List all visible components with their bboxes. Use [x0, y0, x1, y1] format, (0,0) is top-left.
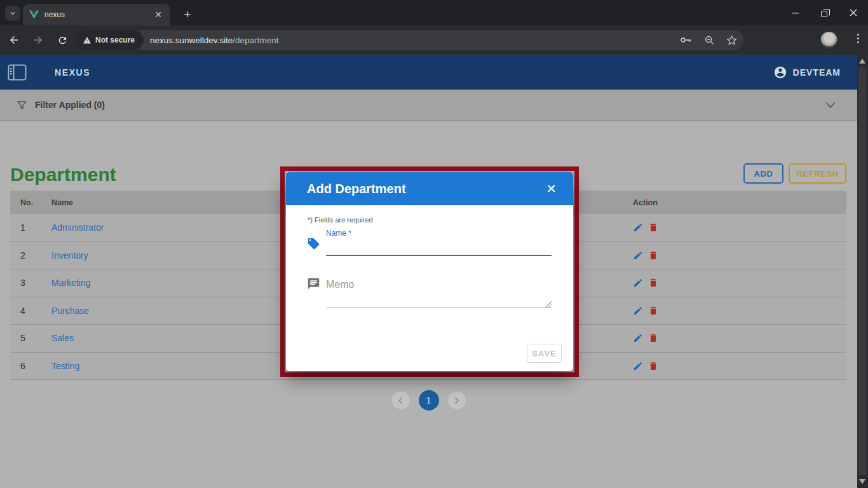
edit-pencil-icon[interactable] [633, 306, 643, 316]
add-button[interactable]: ADD [743, 163, 783, 184]
tab-close-button[interactable]: ✕ [153, 9, 164, 20]
pagination: 1 [0, 390, 857, 410]
row-number: 1 [10, 222, 51, 233]
security-label: Not secure [95, 36, 135, 44]
edit-pencil-icon[interactable] [633, 361, 643, 371]
account-circle-icon [773, 65, 787, 79]
modal-header: Add Department ✕ [286, 172, 573, 205]
browser-tab[interactable]: nexus ✕ [23, 4, 170, 25]
row-number: 4 [10, 306, 51, 316]
page-title: Department [10, 164, 116, 186]
browser-toolbar: Not secure nexus.sunwelldev.site/departm… [0, 25, 868, 55]
department-link[interactable]: Marketing [51, 278, 90, 288]
user-name: DEVTEAM [793, 67, 841, 78]
pagination-current-page[interactable]: 1 [419, 390, 439, 410]
department-link[interactable]: Testing [51, 361, 79, 371]
edit-pencil-icon[interactable] [633, 278, 643, 288]
window-close-button[interactable] [839, 0, 868, 25]
pagination-next-button[interactable] [448, 391, 466, 409]
required-fields-note: *) Fields are required [308, 216, 373, 224]
column-action: Action [633, 198, 846, 207]
bookmark-star-icon[interactable] [726, 35, 737, 46]
security-chip[interactable]: Not secure [76, 30, 144, 50]
delete-trash-icon[interactable] [648, 333, 658, 343]
browser-titlebar: nexus ✕ + [0, 0, 868, 25]
window-restore-button[interactable] [810, 0, 839, 25]
textarea-resize-grip[interactable] [545, 301, 552, 308]
warning-triangle-icon [83, 36, 92, 44]
forward-arrow-icon [32, 34, 44, 46]
filter-bar[interactable]: Filter Applied (0) [0, 90, 857, 121]
department-link[interactable]: Purchase [51, 306, 89, 316]
edit-pencil-icon[interactable] [633, 333, 643, 343]
delete-trash-icon[interactable] [648, 306, 658, 316]
refresh-button[interactable]: REFRESH [789, 163, 846, 184]
chevron-left-icon [398, 396, 403, 405]
screen: nexus ✕ + [0, 0, 868, 488]
department-link[interactable]: Administrator [51, 222, 104, 233]
department-link[interactable]: Inventory [51, 250, 88, 261]
zoom-out-icon[interactable] [704, 35, 715, 46]
back-button[interactable] [4, 30, 24, 50]
omnibox-icons [680, 30, 737, 50]
reload-icon [57, 35, 68, 46]
window-minimize-button[interactable] [780, 0, 810, 25]
tab-search-button[interactable] [5, 6, 20, 21]
delete-trash-icon[interactable] [648, 361, 658, 371]
back-arrow-icon [8, 34, 20, 46]
department-link[interactable]: Sales [51, 333, 74, 343]
address-bar[interactable]: Not secure nexus.sunwelldev.site/departm… [76, 30, 743, 50]
app-brand: NEXUS [55, 67, 90, 78]
column-no: No. [10, 198, 51, 207]
chevron-down-icon [9, 10, 17, 17]
vue-logo-icon [29, 10, 39, 19]
window-controls [780, 0, 868, 25]
modal-title: Add Department [307, 182, 546, 196]
delete-trash-icon[interactable] [648, 278, 658, 288]
name-input[interactable] [326, 255, 552, 256]
memo-field-placeholder: Memo [326, 279, 354, 290]
user-menu[interactable]: DEVTEAM [773, 65, 841, 79]
delete-trash-icon[interactable] [648, 222, 658, 233]
row-number: 6 [10, 361, 51, 371]
filter-expand-chevron-icon[interactable] [825, 102, 836, 109]
url-text: nexus.sunwelldev.site/department [150, 36, 278, 45]
close-icon [850, 9, 857, 17]
restore-icon [821, 11, 827, 17]
save-button[interactable]: SAVE [527, 344, 562, 363]
url-domain: nexus.sunwelldev.site [150, 36, 233, 45]
browser-menu-button[interactable] [857, 34, 859, 43]
memo-textarea[interactable] [326, 308, 552, 308]
modal-close-button[interactable]: ✕ [546, 182, 557, 195]
pagination-prev-button[interactable] [392, 391, 410, 409]
tag-icon [307, 237, 320, 250]
url-path: /department [233, 36, 278, 45]
row-number: 3 [10, 278, 51, 288]
filter-funnel-icon [17, 100, 27, 111]
scrollbar-up-arrow[interactable] [859, 58, 865, 64]
delete-trash-icon[interactable] [648, 250, 658, 261]
minimize-icon [792, 10, 799, 17]
chevron-right-icon [454, 396, 459, 405]
memo-icon [307, 277, 320, 290]
reload-button[interactable] [52, 30, 72, 50]
tab-title: nexus [44, 10, 153, 19]
edit-pencil-icon[interactable] [633, 250, 643, 261]
annotation-highlight-box: Add Department ✕ *) Fields are required … [280, 166, 579, 377]
password-key-icon[interactable] [680, 36, 693, 44]
browser-profile-avatar[interactable] [820, 32, 837, 49]
scrollbar-thumb[interactable] [858, 67, 867, 475]
row-number: 5 [10, 333, 51, 343]
sidebar-toggle-icon[interactable] [8, 64, 27, 81]
new-tab-button[interactable]: + [179, 6, 196, 23]
edit-pencil-icon[interactable] [633, 222, 643, 233]
row-number: 2 [10, 250, 51, 261]
app-header: NEXUS DEVTEAM [0, 55, 857, 90]
name-field-label: Name * [326, 229, 351, 238]
scrollbar-down-arrow[interactable] [859, 479, 865, 484]
forward-button[interactable] [28, 30, 48, 50]
page-scrollbar[interactable] [857, 55, 868, 488]
filter-label: Filter Applied (0) [35, 100, 105, 110]
add-department-modal: Add Department ✕ *) Fields are required … [286, 172, 573, 371]
